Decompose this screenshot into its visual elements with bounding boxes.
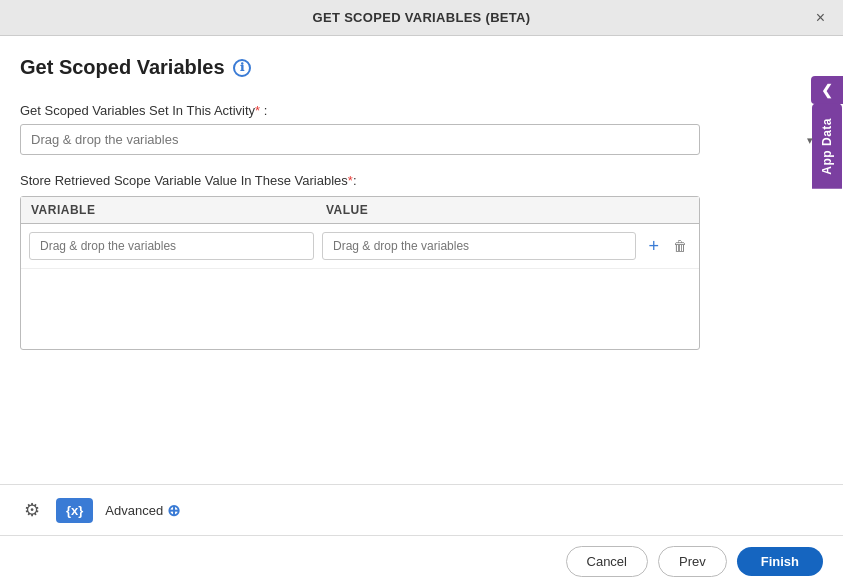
table-empty-area (21, 269, 699, 349)
store-variables-section: Store Retrieved Scope Variable Value In … (20, 173, 823, 350)
prev-button[interactable]: Prev (658, 546, 727, 577)
variables-table: VARIABLE VALUE + 🗑 (20, 196, 700, 350)
footer: Cancel Prev Finish (0, 535, 843, 587)
advanced-text: Advanced (105, 503, 163, 518)
bottom-toolbar: ⚙ {x} Advanced ⊕ (0, 484, 843, 535)
advanced-label[interactable]: Advanced ⊕ (105, 501, 180, 520)
value-input[interactable] (322, 232, 636, 260)
scoped-variables-label: Get Scoped Variables Set In This Activit… (20, 103, 823, 118)
info-icon[interactable]: ℹ (233, 59, 251, 77)
close-button[interactable]: × (810, 8, 831, 28)
advanced-plus-icon: ⊕ (167, 501, 180, 520)
scoped-variables-input[interactable] (20, 124, 700, 155)
column-header-value: VALUE (326, 203, 689, 217)
row-actions: + 🗑 (644, 235, 691, 257)
delete-row-button[interactable]: 🗑 (669, 237, 691, 255)
cancel-button[interactable]: Cancel (566, 546, 648, 577)
dialog-title: GET SCOPED VARIABLES (BETA) (313, 10, 531, 25)
scoped-variables-section: Get Scoped Variables Set In This Activit… (20, 103, 823, 155)
finish-button[interactable]: Finish (737, 547, 823, 576)
scoped-variables-dropdown-wrapper: ▾ (20, 124, 823, 155)
page-heading: Get Scoped Variables ℹ (20, 56, 823, 79)
settings-icon[interactable]: ⚙ (20, 495, 44, 525)
table-row: + 🗑 (21, 224, 699, 269)
dialog: GET SCOPED VARIABLES (BETA) × ❮ App Data… (0, 0, 843, 587)
app-data-chevron[interactable]: ❮ (811, 76, 843, 104)
column-header-variable: VARIABLE (31, 203, 326, 217)
store-variables-label: Store Retrieved Scope Variable Value In … (20, 173, 823, 188)
add-row-button[interactable]: + (644, 235, 663, 257)
page-title: Get Scoped Variables (20, 56, 225, 79)
variable-input[interactable] (29, 232, 314, 260)
expression-button[interactable]: {x} (56, 498, 93, 523)
main-content: ❮ App Data Get Scoped Variables ℹ Get Sc… (0, 36, 843, 484)
dropdown-arrow-icon: ▾ (807, 133, 813, 146)
table-header: VARIABLE VALUE (21, 197, 699, 224)
title-bar: GET SCOPED VARIABLES (BETA) × (0, 0, 843, 36)
